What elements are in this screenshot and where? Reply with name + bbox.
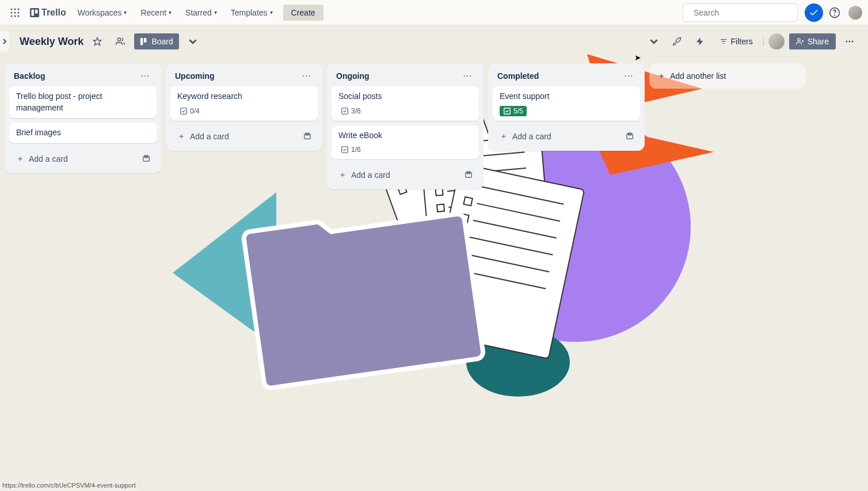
svg-point-2 <box>18 8 20 10</box>
card-title: Event support <box>500 91 633 102</box>
share-button[interactable]: Share <box>789 33 836 50</box>
list-title[interactable]: Upcoming <box>175 71 214 81</box>
card-title: Write eBook <box>338 130 472 142</box>
nav-templates[interactable]: Templates▾ <box>225 5 279 21</box>
add-card-button[interactable]: ＋ Add a card <box>173 128 299 145</box>
svg-point-15 <box>835 14 835 15</box>
svg-rect-11 <box>35 9 38 13</box>
checklist-count: 3/6 <box>351 107 361 115</box>
nav-workspaces[interactable]: Workspaces▾ <box>72 5 133 21</box>
nav-starred[interactable]: Starred▾ <box>180 5 223 21</box>
svg-point-67 <box>852 41 854 43</box>
svg-rect-74 <box>342 147 348 153</box>
card[interactable]: Social posts 3/6 <box>332 86 479 121</box>
checklist-badge: 3/6 <box>338 106 363 116</box>
list-menu-button[interactable]: ⋯ <box>138 70 152 82</box>
search-input[interactable] <box>694 8 794 17</box>
svg-rect-9 <box>30 8 39 17</box>
plus-icon: ＋ <box>338 170 347 180</box>
card-template-button[interactable] <box>299 128 315 144</box>
board-header: Weekly Work Board Filters Share <box>0 25 868 58</box>
card[interactable]: Event support 5/5 <box>493 86 640 121</box>
view-label: Board <box>151 37 173 46</box>
app-switcher-button[interactable] <box>6 3 24 22</box>
svg-point-0 <box>11 8 13 10</box>
filters-label: Filters <box>731 37 753 46</box>
nav-recent[interactable]: Recent▾ <box>135 5 177 21</box>
card[interactable]: Trello blog post - project management <box>9 86 157 118</box>
list-menu-button[interactable]: ⋯ <box>622 70 635 82</box>
chevron-down-icon: ▾ <box>270 9 273 16</box>
chevron-down-icon: ▾ <box>214 9 217 16</box>
checklist-icon <box>503 107 511 115</box>
card[interactable]: Keyword research 0/4 <box>170 86 318 121</box>
card-template-button[interactable] <box>460 167 477 183</box>
top-nav: Trello Workspaces▾ Recent▾ Starred▾ Temp… <box>0 0 868 25</box>
nav-label: Workspaces <box>78 8 122 17</box>
svg-point-1 <box>14 8 16 10</box>
sidebar-expand-button[interactable] <box>0 31 9 52</box>
list-completed: Completed ⋯ Event support 5/5 ＋ Add a ca… <box>488 63 645 151</box>
board-menu-button[interactable] <box>840 32 859 51</box>
chevron-down-icon: ▾ <box>124 9 127 16</box>
checklist-count: 5/5 <box>513 107 523 115</box>
board-title[interactable]: Weekly Work <box>20 36 83 48</box>
card-title: Social posts <box>338 91 472 102</box>
plus-icon: ＋ <box>500 131 508 142</box>
add-card-button[interactable]: ＋ Add a card <box>495 128 622 145</box>
svg-point-5 <box>18 12 20 13</box>
list-title[interactable]: Completed <box>497 71 539 81</box>
svg-rect-10 <box>32 9 35 16</box>
checklist-icon <box>180 107 188 115</box>
checklist-badge: 1/6 <box>338 144 363 155</box>
card[interactable]: Write eBook 1/6 <box>332 125 479 160</box>
divider <box>763 37 764 46</box>
list-menu-button[interactable]: ⋯ <box>299 70 313 82</box>
svg-point-62 <box>797 39 800 41</box>
add-card-label: Add a card <box>512 132 551 141</box>
plus-icon: ＋ <box>177 131 185 142</box>
automation-button[interactable] <box>691 32 709 51</box>
help-button[interactable] <box>825 3 844 22</box>
svg-marker-54 <box>94 37 101 45</box>
checklist-badge-complete: 5/5 <box>500 106 527 116</box>
checklist-badge: 0/4 <box>177 106 202 116</box>
svg-point-66 <box>849 41 851 43</box>
power-ups-button[interactable] <box>668 32 686 51</box>
star-button[interactable] <box>88 32 106 51</box>
svg-rect-57 <box>140 38 143 45</box>
create-button[interactable]: Create <box>283 5 323 21</box>
search-box[interactable] <box>683 3 798 22</box>
card-template-button[interactable] <box>138 151 154 167</box>
trello-logo[interactable]: Trello <box>26 7 70 18</box>
add-list-label: Add another list <box>670 71 726 81</box>
list-menu-button[interactable]: ⋯ <box>460 70 474 82</box>
filters-button[interactable]: Filters <box>714 33 759 50</box>
share-label: Share <box>808 37 829 46</box>
add-card-label: Add a card <box>29 154 68 163</box>
add-card-button[interactable]: ＋ Add a card <box>12 150 138 168</box>
workspace-visibility-button[interactable] <box>111 32 130 51</box>
list-ongoing: Ongoing ⋯ Social posts 3/6 Write eBook 1… <box>327 63 484 189</box>
chevron-down-icon: ▾ <box>169 9 172 16</box>
account-avatar[interactable] <box>848 6 862 20</box>
notifications-button[interactable] <box>805 3 823 22</box>
list-title[interactable]: Ongoing <box>336 71 370 81</box>
add-list-button[interactable]: ＋ Add another list <box>649 63 806 89</box>
checklist-icon <box>341 107 349 115</box>
add-card-button[interactable]: ＋ Add a card <box>334 166 460 184</box>
svg-point-65 <box>846 41 847 43</box>
view-switcher-button[interactable] <box>184 32 202 51</box>
board-canvas[interactable]: Backlog ⋯ Trello blog post - project man… <box>0 58 868 491</box>
svg-point-6 <box>11 15 13 17</box>
card-template-button[interactable] <box>622 128 638 144</box>
svg-point-8 <box>18 15 20 17</box>
card[interactable]: Brief images <box>9 123 157 143</box>
list-backlog: Backlog ⋯ Trello blog post - project man… <box>5 63 161 173</box>
checklist-count: 1/6 <box>351 146 361 154</box>
svg-point-55 <box>118 38 121 41</box>
list-title[interactable]: Backlog <box>14 71 45 81</box>
board-view-button[interactable]: Board <box>134 33 178 50</box>
board-options-chevron[interactable] <box>645 32 663 51</box>
board-member-avatar[interactable] <box>768 33 785 50</box>
